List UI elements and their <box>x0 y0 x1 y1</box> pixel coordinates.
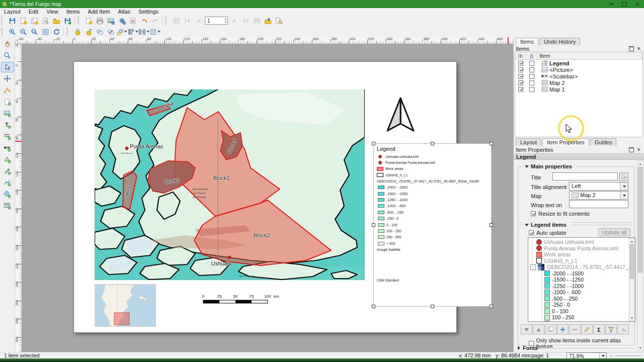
float-panel-icon[interactable] <box>629 147 634 152</box>
atlas-next-feature-button[interactable] <box>229 16 240 26</box>
auto-update-checkbox[interactable]: Auto update <box>529 230 566 236</box>
unlock-all-items-button[interactable] <box>83 27 94 37</box>
resize-items-button[interactable] <box>149 27 160 37</box>
tool-add-node-item[interactable] <box>1 177 14 188</box>
items-row[interactable]: <Scalebar> <box>515 73 642 79</box>
menu-add-item[interactable]: Add Item <box>84 8 114 15</box>
print-layout-button[interactable] <box>94 16 105 26</box>
maximize-button[interactable] <box>618 1 631 8</box>
export-atlas-button[interactable] <box>262 16 273 26</box>
minimize-button[interactable] <box>605 1 618 8</box>
tool-add-scalebar[interactable] <box>1 143 14 153</box>
atlas-last-feature-button[interactable] <box>240 16 251 26</box>
tool-pan[interactable] <box>1 39 14 49</box>
legend-tree-item[interactable]: Work areas <box>528 251 635 258</box>
lock-checkbox[interactable] <box>529 61 534 66</box>
zoom-out-button[interactable] <box>18 27 29 37</box>
map-item-map1[interactable] <box>95 284 156 327</box>
export-as-pdf-button[interactable]: A <box>127 16 138 26</box>
legend-tree-child[interactable]: -1250 - -1000 <box>528 283 635 290</box>
group-items-button[interactable] <box>94 27 105 37</box>
save-as-template-button[interactable] <box>62 16 73 26</box>
preview-atlas-button[interactable] <box>273 16 284 26</box>
lock-checkbox[interactable] <box>529 87 534 92</box>
menu-view[interactable]: View <box>42 8 62 15</box>
tool-select-move[interactable] <box>1 62 14 72</box>
zoom-full-extent-button[interactable] <box>40 27 51 37</box>
undo-button[interactable] <box>138 16 149 26</box>
resize-to-fit-checkbox[interactable]: Resize to fit contents <box>531 211 590 217</box>
legend-tree-item[interactable]: Ushuaia Ushuaia.kml <box>528 239 635 245</box>
panel-tab-guides[interactable]: Guides <box>590 138 617 146</box>
selection-handle[interactable] <box>490 223 493 227</box>
legend-tree-item[interactable]: Punta Arenas Punta Arenas.kml <box>528 245 635 252</box>
tool-move-item-content[interactable] <box>1 73 14 84</box>
selection-handle[interactable] <box>431 142 434 145</box>
visibility-checkbox[interactable] <box>518 74 523 79</box>
save-project-button[interactable] <box>7 16 18 26</box>
add-item-button[interactable] <box>557 324 569 334</box>
items-row[interactable]: <Picture> <box>515 66 642 73</box>
refresh-view-button[interactable] <box>51 27 62 37</box>
atlas-settings-button[interactable] <box>171 16 182 26</box>
add-group-button[interactable] <box>545 324 556 334</box>
new-layout-button[interactable] <box>18 16 29 26</box>
selection-handle[interactable] <box>372 223 375 227</box>
selection-handle[interactable] <box>431 305 434 308</box>
menu-items[interactable]: Items <box>62 8 84 15</box>
export-as-image-button[interactable] <box>105 16 116 26</box>
raise-items-button[interactable] <box>116 27 127 37</box>
wrap-text-input[interactable] <box>569 200 628 208</box>
distribute-items-button[interactable] <box>138 27 149 37</box>
legend-tree-item[interactable]: -GEBCO2014_-75.8781_-57.4417_-62.... <box>528 264 635 270</box>
close-panel-icon[interactable]: ✕ <box>637 47 641 51</box>
legend-tree-child[interactable]: 0 - 100 <box>528 308 635 315</box>
tool-add-page[interactable] <box>1 97 14 107</box>
items-row[interactable]: Map 2 <box>515 79 642 86</box>
selection-handle[interactable] <box>490 142 493 145</box>
map-item-map2[interactable]: Block1Block2Block3Block4Block5ablock7Pun… <box>95 89 365 280</box>
selection-handle[interactable] <box>372 305 375 308</box>
north-arrow-picture[interactable] <box>383 97 418 133</box>
items-row[interactable]: Map 1 <box>515 86 642 93</box>
zoom-actual-size-button[interactable]: 1:1 <box>29 27 40 37</box>
legend-items-header[interactable]: Legend items <box>523 222 571 228</box>
items-row[interactable]: Legend <box>515 60 642 66</box>
lock-checkbox[interactable] <box>529 67 534 72</box>
tool-edit-nodes[interactable] <box>1 85 14 96</box>
scalebar-item[interactable]: 0255075100km <box>199 293 280 306</box>
open-layout-button[interactable] <box>51 16 62 26</box>
remove-item-button[interactable] <box>569 324 581 334</box>
fonts-group-header[interactable]: Fonts <box>518 345 634 351</box>
dock-tab-undo-history[interactable]: Undo History <box>539 38 581 45</box>
float-panel-icon[interactable] <box>629 46 634 51</box>
tool-add-legend[interactable] <box>1 131 14 142</box>
visibility-checkbox[interactable] <box>518 67 523 72</box>
move-item-up-button[interactable] <box>533 324 544 334</box>
selection-handle[interactable] <box>372 142 375 145</box>
legend-tree-child[interactable]: -1000 - -500 <box>528 289 635 296</box>
tool-add-attribute-table[interactable] <box>1 201 14 211</box>
close-button[interactable]: ✕ <box>631 1 644 8</box>
lock-selected-items-button[interactable] <box>72 27 83 37</box>
title-alignment-combo[interactable]: Left <box>569 182 628 191</box>
legend-items-tree[interactable]: Ushuaia Ushuaia.kmlPunta Arenas Punta Ar… <box>528 237 635 322</box>
main-properties-header[interactable]: Main properties <box>523 163 576 169</box>
update-all-button[interactable]: Update all <box>598 228 630 236</box>
align-items-button[interactable] <box>127 27 138 37</box>
tool-zoom[interactable] <box>1 50 14 61</box>
tool-add-arrow[interactable] <box>1 166 14 176</box>
legend-title-input[interactable] <box>552 172 618 180</box>
duplicate-layout-button[interactable] <box>29 16 40 26</box>
dock-tab-items[interactable]: Items <box>516 38 538 45</box>
atlas-first-feature-button[interactable] <box>182 16 193 26</box>
visibility-checkbox[interactable] <box>518 80 523 85</box>
tree-scrollbar[interactable]: ▲▼ <box>629 238 635 321</box>
legend-tree-child[interactable]: -250 - 0 <box>528 302 635 308</box>
menu-atlas[interactable]: Atlas <box>114 8 134 15</box>
visibility-checkbox[interactable] <box>518 61 523 66</box>
map-combo[interactable]: Map 2 <box>569 191 628 200</box>
redo-button[interactable] <box>149 16 160 26</box>
collapse-expander[interactable]: - <box>530 264 536 270</box>
move-item-down-button[interactable] <box>521 324 532 334</box>
